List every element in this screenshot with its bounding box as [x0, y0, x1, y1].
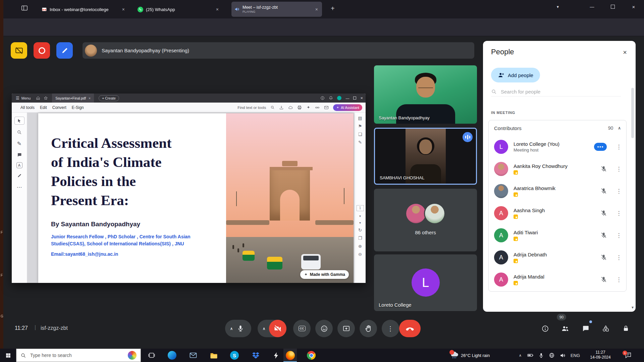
collapse-chevron-icon[interactable]: ∧ [618, 126, 621, 130]
menu-all-tools[interactable]: All tools [20, 105, 35, 110]
taskbar-search-box[interactable]: Type here to search [16, 349, 141, 362]
app-icon-lightning[interactable] [269, 349, 283, 362]
hidden-icons-chevron[interactable]: ∧ [516, 349, 525, 362]
list-tabs-chevron-icon[interactable]: ▼ [550, 0, 566, 13]
email-icon[interactable] [324, 105, 329, 110]
present-screen-button[interactable] [337, 320, 355, 337]
raise-hand-button[interactable] [360, 320, 377, 337]
end-call-button[interactable] [399, 320, 421, 337]
find-label[interactable]: Find text or tools [237, 106, 266, 110]
sparkle-icon[interactable] [306, 105, 311, 110]
participant-row[interactable]: L Loreto College (You) Meeting host ●●● … [489, 136, 626, 158]
menu-edit[interactable]: Edit [40, 105, 47, 110]
participant-menu-icon[interactable]: ⋮ [614, 276, 624, 283]
app-icon-mail[interactable] [186, 349, 200, 362]
more-tools-icon[interactable]: ⋯ [14, 183, 24, 191]
pdf-minimize-button[interactable]: — [345, 96, 349, 100]
print-icon[interactable] [297, 105, 302, 110]
close-tab-icon[interactable]: × [215, 7, 220, 12]
host-controls-icon[interactable] [619, 322, 633, 335]
video-tile-sambhavi[interactable]: SAMBHAVI GHOSHAL [374, 128, 477, 185]
participant-menu-icon[interactable]: ⋮ [614, 143, 624, 150]
help-icon[interactable] [320, 96, 325, 100]
mic-off-icon[interactable] [598, 276, 609, 283]
pdf-close-button[interactable]: × [360, 96, 363, 101]
close-doc-icon[interactable]: × [89, 96, 91, 100]
annotate-button[interactable] [56, 42, 73, 59]
ai-assistant-button[interactable]: AI Assistant [333, 104, 362, 111]
tab-whatsapp[interactable]: (25) WhatsApp × [135, 2, 223, 16]
create-button[interactable]: + Create [99, 95, 119, 101]
host-more-pill[interactable]: ●●● [594, 143, 607, 151]
made-with-gamma-badge[interactable]: Made with Gamma [300, 270, 349, 279]
mic-off-icon[interactable] [598, 232, 609, 239]
add-people-button[interactable]: Add people [491, 68, 540, 82]
participant-row[interactable]: Aaratrica Bhowmik ⋮ [489, 180, 626, 202]
app-icon-dropbox[interactable] [249, 349, 262, 362]
zoom-in-icon[interactable]: ⊕ [355, 244, 366, 249]
language-indicator[interactable]: ENG [569, 349, 582, 362]
zoom-tool-icon[interactable] [14, 128, 24, 136]
link-icon[interactable] [315, 105, 320, 110]
sidebar-icon[interactable] [21, 4, 28, 12]
app-icon-chrome[interactable] [305, 349, 318, 362]
participant-menu-icon[interactable]: ⋮ [614, 232, 624, 239]
find-search-icon[interactable] [270, 105, 275, 110]
weather-label[interactable]: 26°C Light rain [461, 349, 498, 362]
search-highlight-icon[interactable] [128, 351, 137, 360]
participant-menu-icon[interactable]: ⋮ [614, 188, 624, 195]
tray-mic-icon[interactable] [536, 349, 546, 362]
camera-options-chevron-icon[interactable]: ∧ [263, 326, 265, 331]
camera-off-button[interactable] [269, 320, 286, 337]
notifications-bell-icon[interactable] [329, 96, 333, 100]
meeting-details-icon[interactable] [538, 322, 552, 335]
participant-row[interactable]: A Aditi Tiwari ⋮ [489, 224, 626, 246]
star-icon[interactable] [44, 96, 48, 100]
mic-options-chevron-icon[interactable]: ∧ [230, 326, 233, 331]
volume-icon[interactable] [557, 349, 568, 362]
participant-row[interactable]: A Aashna Singh ⋮ [489, 202, 626, 224]
panel-scrollbar-thumb[interactable] [631, 88, 634, 138]
close-panel-icon[interactable]: × [620, 48, 630, 57]
weather-icon[interactable] [449, 349, 460, 362]
search-people-field[interactable]: Search for people [491, 87, 621, 97]
close-tab-icon[interactable]: × [314, 7, 319, 12]
pen-tool-icon[interactable]: ✎ [14, 139, 24, 147]
home-icon[interactable] [36, 96, 40, 100]
pdf-restore-button[interactable] [353, 97, 356, 100]
mic-off-icon[interactable] [598, 254, 609, 261]
task-view-icon[interactable] [144, 349, 159, 362]
app-icon-edge[interactable] [165, 349, 179, 362]
chat-icon[interactable] [579, 322, 592, 335]
bookmarks-panel-icon[interactable]: ⚑ [355, 124, 366, 129]
attachments-panel-icon[interactable]: ❏ [355, 132, 366, 137]
page-number-box[interactable]: 1 [357, 205, 364, 211]
close-tab-icon[interactable]: × [121, 7, 126, 12]
camera-button-group[interactable]: ∧ [258, 320, 286, 337]
video-tile-sayantan[interactable]: Sayantan Bandyopadhyay [374, 65, 477, 124]
export-icon[interactable] [279, 105, 284, 110]
menu-esign[interactable]: E-Sign [72, 105, 84, 110]
battery-icon[interactable] [525, 349, 535, 362]
people-list-icon[interactable] [558, 322, 572, 335]
overflow-tile-others[interactable]: 86 others [374, 189, 477, 251]
mic-off-icon[interactable] [598, 188, 609, 194]
zoom-out-icon[interactable]: ⊖ [355, 252, 366, 257]
video-tile-loreto[interactable]: L Loreto College [374, 254, 477, 311]
tab-meet-active[interactable]: Meet – isf-zzgz-zbt PLAYING × [231, 2, 322, 17]
network-icon[interactable] [547, 349, 557, 362]
document-tab[interactable]: Sayantan+Final.pdf× [52, 94, 94, 103]
mic-button[interactable]: ∧ [225, 320, 251, 337]
participant-menu-icon[interactable]: ⋮ [614, 166, 624, 173]
start-button[interactable] [0, 349, 16, 362]
comment-tool-icon[interactable] [14, 151, 24, 159]
participant-row[interactable]: A Adrija Mandal ⋮ [489, 268, 626, 291]
contributors-header[interactable]: Contributors 90 ∧ [489, 120, 626, 136]
participant-row[interactable]: A Adrija Debnath ⋮ [489, 246, 626, 268]
more-options-button[interactable]: ⋮ [382, 320, 399, 337]
taskbar-clock[interactable]: 11:27 14-09-2024 [585, 350, 616, 360]
thumbnails-panel-icon[interactable]: ▤ [355, 116, 366, 121]
participant-menu-icon[interactable]: ⋮ [614, 254, 624, 261]
scroll-down-icon[interactable]: ▾ [632, 305, 634, 310]
activities-icon[interactable] [599, 322, 612, 335]
